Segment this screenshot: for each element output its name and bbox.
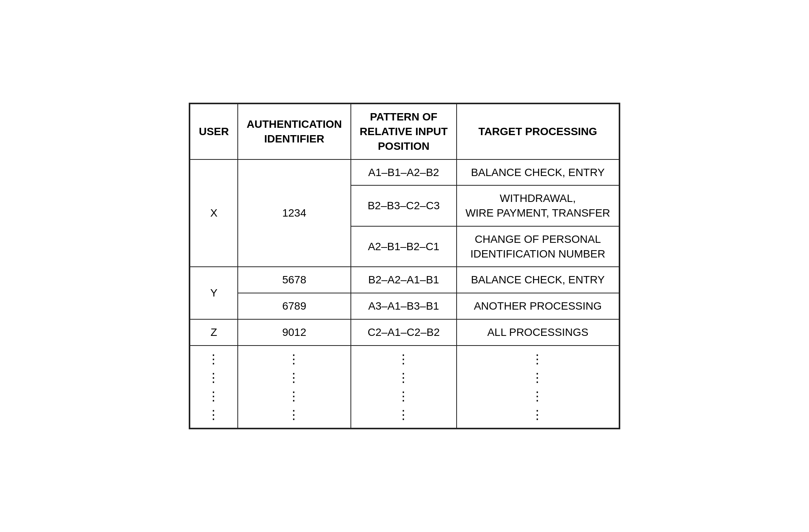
dots-auth: ⋮⋮⋮⋮ [238, 346, 351, 428]
table-row: 6789 A3–A1–B3–B1 ANOTHER PROCESSING [190, 293, 619, 319]
target-all-processings: ALL PROCESSINGS [457, 319, 619, 346]
dots-row: ⋮⋮⋮⋮ ⋮⋮⋮⋮ ⋮⋮⋮⋮ ⋮⋮⋮⋮ [190, 346, 619, 428]
target-withdrawal-wire: WITHDRAWAL,WIRE PAYMENT, TRANSFER [457, 185, 619, 226]
dots-pattern: ⋮⋮⋮⋮ [351, 346, 457, 428]
dots-target: ⋮⋮⋮⋮ [457, 346, 619, 428]
auth-id-9012: 9012 [238, 319, 351, 346]
pattern-a3a1b3b1: A3–A1–B3–B1 [351, 293, 457, 319]
table-wrapper: USER AUTHENTICATIONIDENTIFIER PATTERN OF… [189, 103, 620, 429]
table-row: Z 9012 C2–A1–C2–B2 ALL PROCESSINGS [190, 319, 619, 346]
pattern-b2a2a1b1: B2–A2–A1–B1 [351, 267, 457, 293]
target-another-processing: ANOTHER PROCESSING [457, 293, 619, 319]
page-container: USER AUTHENTICATIONIDENTIFIER PATTERN OF… [0, 0, 809, 532]
user-z: Z [190, 319, 238, 346]
target-change-pin: CHANGE OF PERSONALIDENTIFICATION NUMBER [457, 226, 619, 267]
target-balance-check-entry-y: BALANCE CHECK, ENTRY [457, 267, 619, 293]
col-header-target: TARGET PROCESSING [457, 104, 619, 159]
table-row: X 1234 A1–B1–A2–B2 BALANCE CHECK, ENTRY [190, 159, 619, 186]
header-row: USER AUTHENTICATIONIDENTIFIER PATTERN OF… [190, 104, 619, 159]
col-header-auth-id: AUTHENTICATIONIDENTIFIER [238, 104, 351, 159]
pattern-b2b3c2c3: B2–B3–C2–C3 [351, 185, 457, 226]
pattern-a1b1a2b2: A1–B1–A2–B2 [351, 159, 457, 186]
auth-id-6789: 6789 [238, 293, 351, 319]
auth-id-1234: 1234 [238, 159, 351, 267]
auth-id-5678: 5678 [238, 267, 351, 293]
user-y: Y [190, 267, 238, 319]
dots-user: ⋮⋮⋮⋮ [190, 346, 238, 428]
pattern-a2b1b2c1: A2–B1–B2–C1 [351, 226, 457, 267]
col-header-pattern: PATTERN OFRELATIVE INPUTPOSITION [351, 104, 457, 159]
target-balance-check-entry: BALANCE CHECK, ENTRY [457, 159, 619, 186]
main-table: USER AUTHENTICATIONIDENTIFIER PATTERN OF… [190, 103, 619, 429]
user-x: X [190, 159, 238, 267]
col-header-user: USER [190, 104, 238, 159]
table-row: Y 5678 B2–A2–A1–B1 BALANCE CHECK, ENTRY [190, 267, 619, 293]
pattern-c2a1c2b2: C2–A1–C2–B2 [351, 319, 457, 346]
